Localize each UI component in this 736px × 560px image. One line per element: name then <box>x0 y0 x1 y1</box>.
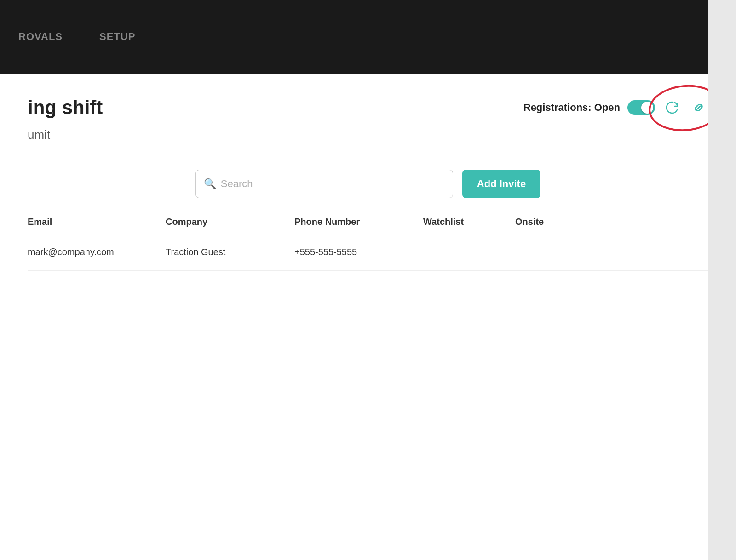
add-invite-button[interactable]: Add Invite <box>462 170 540 198</box>
search-row: 🔍 Add Invite <box>28 170 708 198</box>
subtitle: umit <box>28 128 708 142</box>
row-phone: +555-555-5555 <box>294 247 423 257</box>
right-sidebar <box>708 0 736 560</box>
registrations-toggle[interactable] <box>627 100 655 115</box>
header-right: Registrations: Open <box>523 98 708 117</box>
nav-item-approvals[interactable]: ROVALS <box>18 31 63 43</box>
col-onsite: Onsite <box>515 217 598 227</box>
nav-item-setup[interactable]: SETUP <box>99 31 135 43</box>
table-container: Email Company Phone Number Watchlist Ons… <box>28 217 708 271</box>
page-title: ing shift <box>28 97 103 119</box>
toggle-thumb <box>641 102 653 114</box>
search-icon: 🔍 <box>204 178 216 190</box>
top-nav: ROVALS SETUP <box>0 0 736 74</box>
search-wrapper: 🔍 <box>196 170 453 198</box>
header-row: ing shift Registrations: Open <box>28 97 708 119</box>
col-phone: Phone Number <box>294 217 423 227</box>
row-email: mark@company.com <box>28 247 166 257</box>
col-email: Email <box>28 217 166 227</box>
table-header: Email Company Phone Number Watchlist Ons… <box>28 217 708 234</box>
registrations-label: Registrations: Open <box>523 102 620 114</box>
main-content: ing shift Registrations: Open <box>0 74 736 560</box>
col-watchlist: Watchlist <box>423 217 515 227</box>
link-button[interactable] <box>689 98 708 117</box>
table-row: mark@company.com Traction Guest +555-555… <box>28 234 708 271</box>
search-input[interactable] <box>196 170 453 198</box>
row-company: Traction Guest <box>166 247 294 257</box>
col-company: Company <box>166 217 294 227</box>
refresh-button[interactable] <box>662 98 682 117</box>
